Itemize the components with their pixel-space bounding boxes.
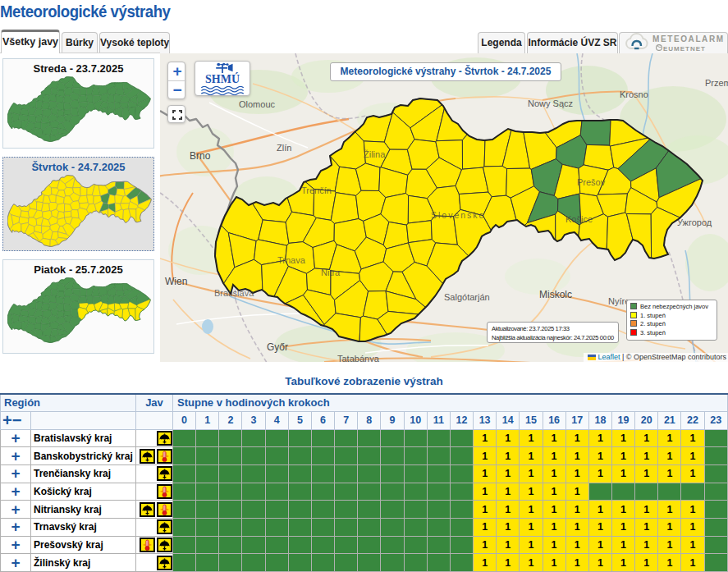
svg-text:EUMETNET: EUMETNET [663,45,706,53]
svg-text:METEOALARM: METEOALARM [652,34,725,43]
